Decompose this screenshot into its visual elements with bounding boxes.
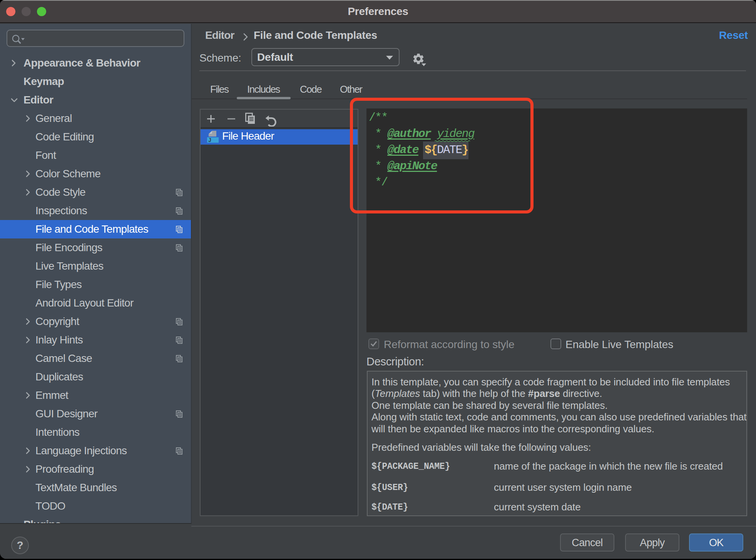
svg-text:J: J (208, 137, 211, 143)
